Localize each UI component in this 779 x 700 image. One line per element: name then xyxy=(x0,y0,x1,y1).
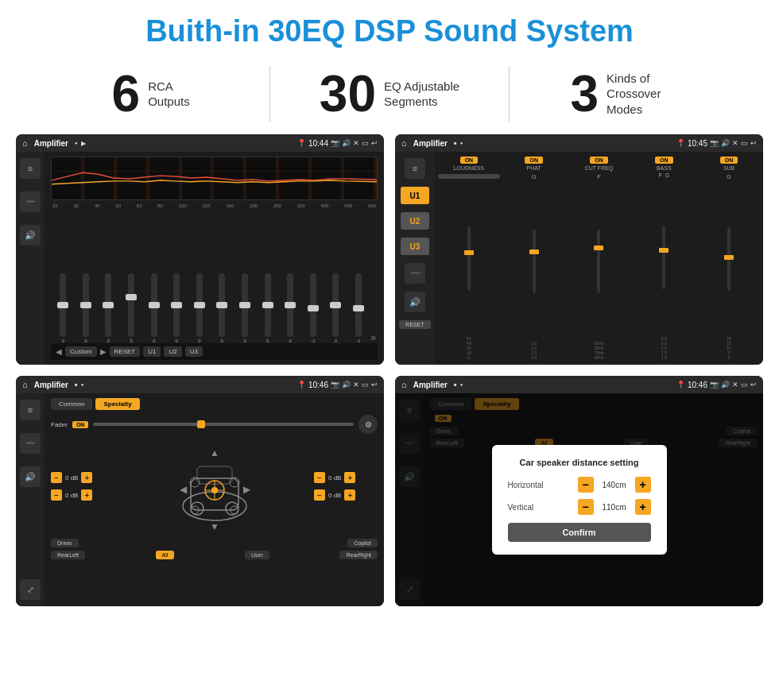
slider-track-3[interactable] xyxy=(128,273,134,337)
u3-btn-screen1[interactable]: U3 xyxy=(185,346,203,357)
specialty-tab[interactable]: Specialty xyxy=(95,398,139,410)
slider-track-1[interactable] xyxy=(83,273,89,337)
bass-freq: 3.02.52.01.51.0 xyxy=(661,336,667,360)
plus-btn-4[interactable]: + xyxy=(344,489,355,501)
slider-track-9[interactable] xyxy=(265,273,271,337)
speaker-icon-2[interactable]: 🔊 xyxy=(405,292,425,312)
wave-icon-2[interactable]: 〰 xyxy=(405,263,425,284)
u2-btn-screen1[interactable]: U2 xyxy=(164,346,181,357)
x-icon-4: ✕ xyxy=(732,381,738,389)
fader-on-btn[interactable]: ON xyxy=(72,421,89,428)
crossover-sidebar: ≡ U1 U2 U3 〰 🔊 RESET xyxy=(395,152,435,365)
loudness-fader-thumb xyxy=(464,250,474,255)
user-btn[interactable]: User xyxy=(245,551,269,559)
slider-track-10[interactable] xyxy=(287,273,293,337)
screen1-status-bar: ⌂ Amplifier ● ▶ 📍 10:44 📷 🔊 ✕ ▭ ↩ xyxy=(16,134,384,152)
eq-icon[interactable]: ≡ xyxy=(20,158,41,179)
svg-text:▶: ▶ xyxy=(242,484,250,495)
ch-bass: ON BASS FG 3.02.52.01.51.0 xyxy=(633,157,695,360)
prev-arrow[interactable]: ◀ xyxy=(56,347,62,356)
slider-track-0[interactable] xyxy=(60,273,66,337)
slider-track-4[interactable] xyxy=(151,273,157,337)
slider-col-1: 0 xyxy=(76,273,97,343)
cutfreq-on-btn[interactable]: ON xyxy=(590,157,608,164)
slider-track-2[interactable] xyxy=(105,273,111,337)
vertical-row: Vertical − 110cm + xyxy=(508,499,651,515)
slider-thumb-8 xyxy=(239,302,250,308)
wave-icon-3[interactable]: 〰 xyxy=(20,433,41,454)
eq-icon-2[interactable]: ≡ xyxy=(405,158,425,179)
rearleft-btn[interactable]: RearLeft xyxy=(51,551,85,559)
horizontal-minus-btn[interactable]: − xyxy=(578,477,594,493)
phat-on-btn[interactable]: ON xyxy=(525,157,543,164)
fader-label: Fader xyxy=(51,421,68,428)
next-arrow[interactable]: ▶ xyxy=(100,347,107,356)
stats-row: 6 RCA Outputs 30 EQ Adjustable Segments … xyxy=(0,58,779,134)
car-diagram-svg: ▲ ▼ ◀ ▶ xyxy=(175,439,254,534)
minus-btn-3[interactable]: − xyxy=(314,472,325,483)
plus-btn-1[interactable]: + xyxy=(81,472,92,483)
plus-btn-3[interactable]: + xyxy=(344,472,355,483)
slider-track-6[interactable] xyxy=(196,273,203,337)
reset-btn-screen2[interactable]: RESET xyxy=(399,320,430,329)
reset-btn-screen1[interactable]: RESET xyxy=(110,346,141,357)
svg-text:◀: ◀ xyxy=(179,484,187,495)
camera-icon-2: 📷 xyxy=(710,139,719,147)
slider-col-11: -1 xyxy=(303,273,324,343)
confirm-button[interactable]: Confirm xyxy=(508,523,651,542)
bass-fader[interactable] xyxy=(662,226,665,289)
rearright-btn[interactable]: RearRight xyxy=(339,551,378,559)
speaker-icon[interactable]: 🔊 xyxy=(20,225,41,246)
stat-rca: 6 RCA Outputs xyxy=(48,68,254,119)
slider-track-11[interactable] xyxy=(310,273,316,337)
horizontal-value: 140cm xyxy=(599,481,630,489)
sub-on-btn[interactable]: ON xyxy=(720,157,738,164)
volume-icon-3: 🔊 xyxy=(342,381,351,389)
u1-side-btn[interactable]: U1 xyxy=(401,187,429,204)
phat-fader[interactable] xyxy=(533,230,536,293)
vol-row-3: − 0 dB + xyxy=(314,472,378,483)
minus-btn-1[interactable]: − xyxy=(51,472,62,483)
slider-col-10: 0 xyxy=(280,273,301,343)
loudness-on-btn[interactable]: ON xyxy=(460,157,479,164)
u2-side-btn[interactable]: U2 xyxy=(401,212,429,230)
slider-thumb-1 xyxy=(80,302,91,308)
vol-row-1: − 0 dB + xyxy=(51,472,114,483)
driver-btn[interactable]: Driver xyxy=(51,539,79,547)
minus-btn-2[interactable]: − xyxy=(51,489,62,501)
slider-thumb-10 xyxy=(285,302,296,308)
screen3-dot2: ● xyxy=(81,382,84,387)
loudness-slider[interactable] xyxy=(438,174,500,179)
slider-track-13[interactable] xyxy=(355,273,362,337)
expand-icon-3[interactable]: ⤢ xyxy=(20,579,41,600)
horizontal-plus-btn[interactable]: + xyxy=(635,477,651,493)
common-tab[interactable]: Common xyxy=(51,398,92,410)
slider-track-8[interactable] xyxy=(242,273,248,337)
plus-btn-2[interactable]: + xyxy=(81,489,92,501)
screen1-content: ≡ 〰 🔊 25 32 40 xyxy=(16,152,384,365)
minus-btn-4[interactable]: − xyxy=(314,489,325,501)
speaker-icon-3[interactable]: 🔊 xyxy=(20,466,41,487)
custom-btn[interactable]: Custom xyxy=(65,346,97,357)
sub-fader[interactable] xyxy=(727,227,731,291)
stat-rca-number: 6 xyxy=(112,68,141,119)
u1-btn-screen1[interactable]: U1 xyxy=(143,346,161,357)
screen2-time: 10:45 xyxy=(688,139,707,148)
loudness-fader[interactable] xyxy=(467,226,471,290)
copilot-btn[interactable]: Copilot xyxy=(347,539,378,547)
all-btn[interactable]: All xyxy=(156,551,175,559)
slider-track-12[interactable] xyxy=(332,273,339,337)
vertical-plus-btn[interactable]: + xyxy=(635,499,651,515)
slider-track-7[interactable] xyxy=(219,273,225,337)
eq-icon-3[interactable]: ≡ xyxy=(20,400,41,420)
screen2-dot: ■ xyxy=(454,141,457,145)
settings-icon-3[interactable]: ⚙ xyxy=(358,415,378,434)
slider-track-5[interactable] xyxy=(173,273,180,337)
cutfreq-fader[interactable] xyxy=(597,230,600,293)
horizontal-row: Horizontal − 140cm + xyxy=(508,477,651,493)
vertical-minus-btn[interactable]: − xyxy=(578,499,594,515)
bass-on-btn[interactable]: ON xyxy=(655,157,673,164)
ch-loudness: ON LOUDNESS 644832160 xyxy=(438,157,500,360)
wave-icon[interactable]: 〰 xyxy=(20,191,41,212)
u3-side-btn[interactable]: U3 xyxy=(401,238,429,255)
